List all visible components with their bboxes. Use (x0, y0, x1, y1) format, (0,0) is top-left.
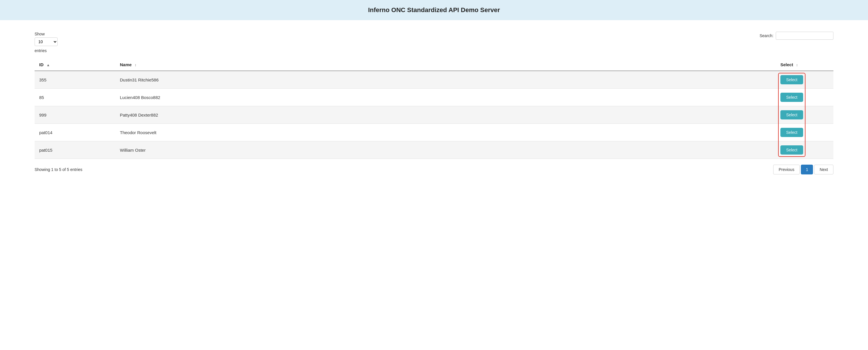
cell-select: Select (776, 89, 833, 106)
select-button-3[interactable]: Select (780, 128, 803, 137)
id-sort-icon: ▲ (46, 63, 50, 67)
page-1-button[interactable]: 1 (801, 165, 813, 174)
name-sort-icon: ↕ (134, 63, 136, 67)
cell-name: William Oster (115, 141, 776, 159)
cell-name: Dustin31 Ritchie586 (115, 71, 776, 89)
search-container: Search: (760, 32, 833, 40)
cell-select: Select (776, 71, 833, 89)
next-button[interactable]: Next (814, 165, 833, 174)
data-table: ID ▲ Name ↕ Select ↕ 355Dustin31 Ritchie… (35, 59, 833, 159)
show-label: Show (35, 32, 58, 36)
table-row: 999Patty408 Dexter882Select (35, 106, 833, 124)
cell-select: Select (776, 124, 833, 141)
showing-text: Showing 1 to 5 of 5 entries (35, 167, 83, 172)
cell-name: Theodor Roosevelt (115, 124, 776, 141)
cell-id: 355 (35, 71, 115, 89)
table-header-row: ID ▲ Name ↕ Select ↕ (35, 59, 833, 71)
pagination: Previous 1 Next (773, 165, 833, 174)
table-row: 355Dustin31 Ritchie586Select (35, 71, 833, 89)
previous-button[interactable]: Previous (773, 165, 800, 174)
column-header-name[interactable]: Name ↕ (115, 59, 776, 71)
select-button-1[interactable]: Select (780, 93, 803, 102)
cell-id: 999 (35, 106, 115, 124)
cell-id: 85 (35, 89, 115, 106)
main-content: Show 10 25 50 100 entries Search: ID ▲ (0, 20, 868, 186)
cell-name: Lucien408 Bosco882 (115, 89, 776, 106)
controls-row: Show 10 25 50 100 entries Search: (35, 32, 833, 53)
search-label: Search: (760, 33, 773, 38)
cell-id: pat014 (35, 124, 115, 141)
show-entries-select[interactable]: 10 25 50 100 (35, 37, 58, 46)
select-sort-icon: ↕ (796, 63, 798, 67)
table-row: 85Lucien408 Bosco882Select (35, 89, 833, 106)
column-header-id[interactable]: ID ▲ (35, 59, 115, 71)
select-button-0[interactable]: Select (780, 75, 803, 84)
search-input[interactable] (776, 32, 833, 40)
cell-name: Patty408 Dexter882 (115, 106, 776, 124)
table-row: pat015William OsterSelect (35, 141, 833, 159)
show-entries-container: Show 10 25 50 100 entries (35, 32, 58, 53)
cell-select: Select (776, 106, 833, 124)
table-wrapper: ID ▲ Name ↕ Select ↕ 355Dustin31 Ritchie… (35, 59, 833, 159)
cell-select: Select (776, 141, 833, 159)
table-row: pat014Theodor RooseveltSelect (35, 124, 833, 141)
column-header-select[interactable]: Select ↕ (776, 59, 833, 71)
page-title: Inferno ONC Standardized API Demo Server (368, 6, 500, 13)
entries-label: entries (35, 48, 58, 53)
cell-id: pat015 (35, 141, 115, 159)
bottom-row: Showing 1 to 5 of 5 entries Previous 1 N… (35, 165, 833, 174)
page-header: Inferno ONC Standardized API Demo Server (0, 0, 868, 20)
select-button-4[interactable]: Select (780, 145, 803, 154)
select-button-2[interactable]: Select (780, 110, 803, 119)
